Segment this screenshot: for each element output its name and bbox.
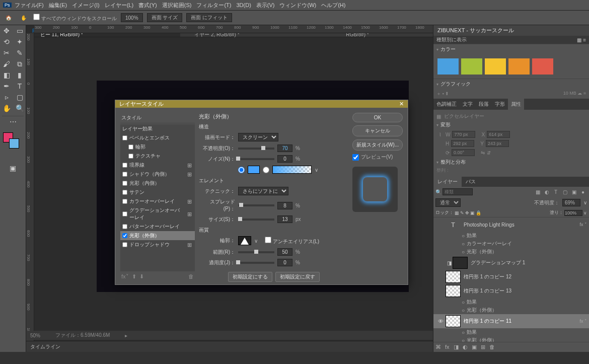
- close-icon[interactable]: ✕: [399, 101, 404, 107]
- layer-row[interactable]: 楕円形 1 のコピー 13: [433, 284, 589, 298]
- quickmask-icon[interactable]: ▣: [0, 163, 26, 174]
- lock-nest-icon[interactable]: ▣: [470, 210, 475, 215]
- fx-icon[interactable]: fx: [445, 344, 450, 350]
- menu-3d[interactable]: 3D(D): [234, 2, 253, 8]
- swatch-5[interactable]: [532, 58, 553, 75]
- down-icon[interactable]: ⬇: [139, 273, 144, 280]
- width-input[interactable]: [452, 131, 475, 138]
- zoom-tool[interactable]: 🔍: [13, 103, 26, 114]
- fit-window-button[interactable]: 画面 にフィット: [186, 13, 232, 22]
- style-item[interactable]: 境界線⊞: [120, 161, 195, 170]
- range-value[interactable]: 50: [277, 248, 292, 256]
- move-tool[interactable]: ✥: [0, 25, 13, 36]
- crop-tool[interactable]: ✂: [0, 47, 13, 58]
- group-icon[interactable]: ▣: [472, 344, 477, 350]
- lock-paint-icon[interactable]: ✎: [460, 210, 464, 215]
- cancel-button[interactable]: キャンセル: [352, 125, 403, 136]
- style-item[interactable]: テクスチャ: [120, 152, 195, 161]
- fill-input[interactable]: [564, 210, 582, 216]
- swatch-4[interactable]: [508, 58, 530, 75]
- path-tool[interactable]: ▹: [0, 92, 13, 103]
- adj-icon[interactable]: ◐: [463, 344, 468, 350]
- visibility-toggle[interactable]: 👁: [435, 318, 446, 324]
- layer-row[interactable]: T Photoshop Light Rings fx ˅: [433, 217, 589, 232]
- menu-view[interactable]: 表示(V): [254, 2, 277, 9]
- shape-tool[interactable]: ▢: [13, 92, 26, 103]
- preview-checkbox[interactable]: プレビュー(V): [352, 154, 403, 161]
- blend-mode-select[interactable]: 通常: [435, 198, 461, 207]
- pen-tool[interactable]: ✒: [0, 81, 13, 92]
- color-radio[interactable]: [238, 167, 245, 173]
- opacity-value[interactable]: 70: [277, 144, 292, 152]
- height-input[interactable]: [451, 140, 474, 147]
- tab-para[interactable]: 段落: [476, 99, 492, 110]
- link-layers-icon[interactable]: ⌘: [435, 344, 441, 350]
- style-item[interactable]: 光彩（内側）: [120, 179, 195, 188]
- style-item[interactable]: カラーオーバーレイ⊞: [120, 197, 195, 206]
- hand-tool[interactable]: ✋: [0, 103, 13, 114]
- layer-row[interactable]: 👁 楕円形 1 のコピー 11 fx ˅: [433, 314, 589, 328]
- filter-adj-icon[interactable]: ◐: [543, 188, 551, 196]
- brush-tool[interactable]: 🖌: [0, 58, 13, 69]
- ellipsis-icon[interactable]: ⋯: [0, 116, 26, 127]
- type-tool[interactable]: T: [13, 81, 26, 92]
- menu-type[interactable]: 書式(Y): [136, 2, 159, 9]
- y-input[interactable]: [486, 140, 509, 147]
- lasso-tool[interactable]: ⟲: [0, 36, 13, 47]
- menu-edit[interactable]: 編集(E): [47, 2, 69, 9]
- style-item[interactable]: パターンオーバーレイ: [120, 222, 195, 231]
- lock-trans-icon[interactable]: ▦: [455, 210, 459, 215]
- fx-menu-icon[interactable]: fx˅: [121, 273, 129, 280]
- opacity-slider[interactable]: [238, 148, 274, 150]
- menu-file[interactable]: ファイル(F): [13, 2, 46, 9]
- menu-layer[interactable]: レイヤー(L): [103, 2, 135, 9]
- filter-type-icon[interactable]: T: [552, 188, 560, 196]
- layer-search[interactable]: [443, 188, 473, 195]
- filter-toggle-icon[interactable]: ●: [579, 188, 587, 196]
- library-view-mode[interactable]: 種類別に表示: [436, 36, 467, 43]
- jitter-value[interactable]: 0: [277, 259, 292, 266]
- grid-icon[interactable]: ▦ ≡: [577, 37, 586, 43]
- up-icon[interactable]: ⬆: [132, 273, 136, 280]
- clone-tool[interactable]: ⧉: [13, 58, 26, 69]
- mask-icon[interactable]: ◨: [454, 344, 459, 350]
- ok-button[interactable]: OK: [352, 113, 403, 122]
- tab-glyph[interactable]: 字形: [492, 99, 508, 110]
- transform-section[interactable]: 変形: [436, 120, 586, 130]
- menu-filter[interactable]: フィルター(T): [194, 2, 233, 9]
- hand-icon[interactable]: ✋: [18, 12, 29, 23]
- background-swatch[interactable]: [9, 138, 19, 149]
- filter-smart-icon[interactable]: ▣: [570, 188, 578, 196]
- swap-colors[interactable]: [0, 132, 26, 153]
- menu-image[interactable]: イメージ(I): [70, 2, 101, 9]
- marquee-tool[interactable]: ▭: [13, 25, 26, 36]
- color-section[interactable]: カラー: [433, 44, 589, 54]
- lock-move-icon[interactable]: ✥: [465, 210, 469, 215]
- noise-slider[interactable]: [238, 158, 274, 160]
- styles-header[interactable]: スタイル: [120, 113, 195, 123]
- eraser-tool[interactable]: ◧: [0, 69, 13, 81]
- contour-picker[interactable]: [238, 236, 251, 245]
- spread-slider[interactable]: [238, 204, 274, 206]
- scroll-windows-checkbox[interactable]: すべてのウィンドウをスクロール: [33, 14, 117, 22]
- menu-select[interactable]: 選択範囲(S): [160, 2, 194, 9]
- zoom-level[interactable]: 100%: [121, 13, 143, 22]
- style-item[interactable]: 光彩（外側）: [120, 231, 195, 240]
- style-item[interactable]: 輪郭: [120, 142, 195, 152]
- flip-h-icon[interactable]: ⇋: [481, 150, 485, 156]
- align-section[interactable]: 整列と分布: [436, 157, 586, 167]
- opacity-input[interactable]: [562, 199, 580, 206]
- menu-window[interactable]: ウィンドウ(W): [277, 2, 318, 9]
- technique-select[interactable]: さらにソフトに: [238, 187, 288, 195]
- wand-tool[interactable]: ✦: [13, 36, 26, 47]
- timeline-panel[interactable]: タイムライン: [26, 341, 433, 352]
- filter-shape-icon[interactable]: ▢: [561, 188, 569, 196]
- style-item[interactable]: レイヤー効果: [120, 124, 195, 133]
- color-swatch[interactable]: [248, 166, 260, 174]
- layer-row[interactable]: ◨ グラデーションマップ 1: [433, 256, 589, 270]
- x-input[interactable]: [487, 131, 510, 138]
- tab-paths[interactable]: パス: [462, 177, 480, 187]
- link-icon[interactable]: ⌇: [436, 132, 444, 137]
- make-default-button[interactable]: 初期設定にする: [228, 272, 272, 282]
- menu-help[interactable]: ヘルプ(H): [319, 2, 347, 9]
